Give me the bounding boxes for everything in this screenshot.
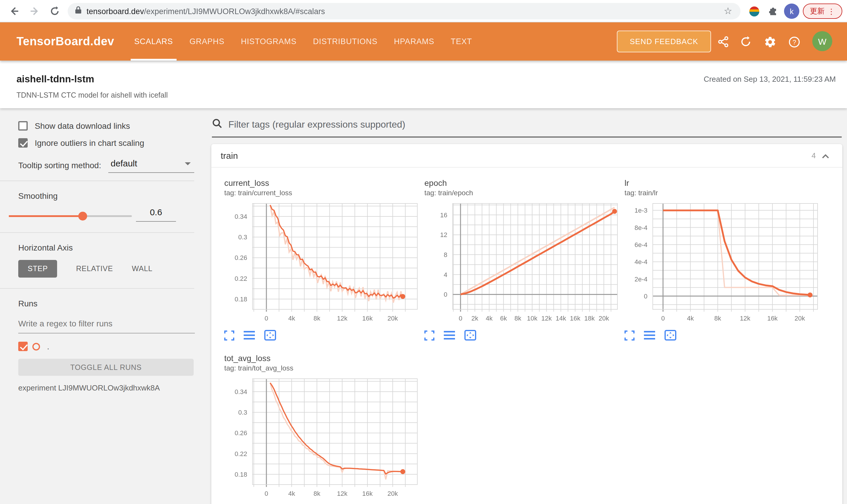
svg-text:0: 0 (644, 292, 647, 300)
experiment-created: Created on Sep 13, 2021, 11:59:23 AM (704, 75, 836, 84)
run-row[interactable]: . (0, 342, 211, 351)
svg-text:0: 0 (661, 314, 665, 322)
chart-plot[interactable]: 04k8k12k16k20k0.180.220.260.30.34 (224, 202, 421, 323)
tab-graphs[interactable]: GRAPHS (181, 22, 233, 60)
svg-text:12k: 12k (337, 490, 348, 497)
tab-text[interactable]: TEXT (443, 22, 480, 60)
chart-plot[interactable]: 02k4k6k8k10k12k14k16k18k20k0481216 (425, 202, 621, 323)
show-download-links-checkbox-row[interactable]: Show data download links (0, 121, 211, 130)
filter-tags-row (212, 116, 842, 138)
svg-text:2e-4: 2e-4 (635, 275, 647, 283)
svg-text:6k: 6k (500, 314, 507, 322)
train-group-header[interactable]: train 4 (211, 144, 842, 168)
axis-step-button[interactable]: STEP (18, 260, 57, 277)
ignore-outliers-checkbox-row[interactable]: Ignore outliers in chart scaling (0, 138, 211, 148)
log-scale-icon[interactable] (244, 330, 255, 340)
reload-icon[interactable] (48, 4, 62, 18)
svg-text:12k: 12k (541, 314, 552, 322)
axis-wall-button[interactable]: WALL (122, 260, 162, 277)
svg-text:0.22: 0.22 (235, 450, 247, 457)
tab-histograms[interactable]: HISTOGRAMS (233, 22, 305, 60)
svg-text:6e-4: 6e-4 (635, 241, 647, 249)
chart-tag: tag: train/tot_avg_loss (224, 364, 421, 372)
app-logo[interactable]: TensorBoard.dev (16, 35, 114, 48)
svg-text:20k: 20k (795, 314, 805, 322)
chart-title: epoch (425, 178, 621, 187)
log-scale-icon[interactable] (644, 330, 655, 340)
browser-profile-avatar[interactable]: k (784, 3, 799, 19)
url-text: tensorboard.dev/experiment/LJI9MWUORLOw3… (87, 7, 325, 16)
svg-text:0.18: 0.18 (235, 295, 247, 303)
expand-icon[interactable] (624, 330, 635, 340)
experiment-description: TDNN-LSTM CTC model for aishell with ice… (16, 91, 168, 100)
svg-text:4k: 4k (288, 314, 295, 322)
svg-text:0: 0 (264, 314, 268, 322)
extension-bowl-icon[interactable] (749, 6, 759, 16)
expand-icon[interactable] (224, 330, 234, 340)
update-label: 更新 (810, 6, 825, 16)
collapse-chevron-icon[interactable] (822, 150, 829, 161)
tab-hparams[interactable]: HPARAMS (385, 22, 442, 60)
slider-thumb[interactable] (78, 212, 87, 220)
refresh-icon[interactable] (739, 35, 753, 49)
show-download-links-label: Show data download links (35, 121, 130, 130)
smoothing-title: Smoothing (0, 191, 211, 200)
send-feedback-button[interactable]: SEND FEEDBACK (617, 31, 711, 52)
run-checkbox[interactable] (18, 342, 28, 351)
expand-icon[interactable] (425, 330, 434, 340)
url-bar[interactable]: tensorboard.dev/experiment/LJI9MWUORLOw3… (68, 3, 741, 19)
axis-relative-button[interactable]: RELATIVE (67, 260, 122, 277)
tooltip-sorting-select[interactable]: default (108, 157, 194, 173)
train-group-card: train 4 current_loss tag: train/current_… (211, 144, 842, 504)
help-icon[interactable]: ? (787, 35, 801, 49)
log-scale-icon[interactable] (444, 330, 455, 340)
filter-tags-input[interactable] (228, 120, 758, 130)
smoothing-slider[interactable] (9, 215, 132, 217)
runs-regex-input[interactable] (18, 317, 195, 334)
svg-text:16k: 16k (362, 490, 373, 497)
back-icon[interactable] (7, 4, 21, 18)
search-icon (212, 118, 223, 131)
app-header: TensorBoard.dev SCALARS GRAPHS HISTOGRAM… (0, 22, 847, 60)
fit-domain-icon[interactable] (264, 330, 276, 341)
run-name: . (45, 342, 49, 351)
chart-tot-avg-loss: tot_avg_loss tag: train/tot_avg_loss 04k… (224, 354, 421, 504)
forward-icon[interactable] (28, 4, 42, 18)
smoothing-value-field[interactable]: 0.6 (136, 207, 176, 222)
browser-chrome: tensorboard.dev/experiment/LJI9MWUORLOw3… (0, 0, 847, 22)
chart-plot[interactable]: 04k8k12k16k20k02e-44e-46e-48e-41e-3 (624, 202, 821, 323)
chart-toolbar (224, 330, 421, 341)
user-avatar[interactable]: W (812, 31, 832, 51)
browser-menu-icon[interactable]: ⋮ (828, 7, 835, 16)
svg-text:8k: 8k (515, 314, 521, 322)
ignore-outliers-checkbox[interactable] (18, 138, 28, 148)
url-path: /experiment/LJI9MWUORLOw3jkdhxwk8A/#scal… (144, 7, 325, 16)
fit-domain-icon[interactable] (664, 330, 676, 341)
tab-scalars[interactable]: SCALARS (126, 22, 181, 60)
chart-plot[interactable]: 04k8k12k16k20k0.180.220.260.30.34 (224, 377, 421, 498)
svg-text:10k: 10k (527, 314, 538, 322)
svg-text:0.26: 0.26 (235, 254, 247, 262)
extensions-puzzle-icon[interactable] (766, 4, 780, 18)
browser-update-button[interactable]: 更新 ⋮ (803, 3, 842, 19)
tab-distributions[interactable]: DISTRIBUTIONS (305, 22, 386, 60)
svg-text:14k: 14k (556, 314, 566, 322)
toggle-all-runs-button[interactable]: TOGGLE ALL RUNS (18, 359, 194, 376)
chevron-down-icon (185, 162, 191, 165)
slider-fill (9, 215, 82, 217)
horizontal-axis-title: Horizontal Axis (0, 243, 211, 252)
settings-gear-icon[interactable] (763, 35, 777, 49)
svg-text:20k: 20k (387, 314, 398, 322)
bookmark-star-icon[interactable]: ☆ (724, 5, 732, 16)
main-panel: train 4 current_loss tag: train/current_… (211, 108, 847, 504)
share-icon[interactable] (716, 35, 730, 49)
divider (0, 288, 194, 289)
svg-text:4e-4: 4e-4 (635, 258, 647, 266)
svg-text:8: 8 (444, 251, 447, 258)
chart-title: current_loss (224, 178, 421, 187)
fit-domain-icon[interactable] (464, 330, 476, 341)
svg-text:20k: 20k (387, 490, 398, 497)
svg-text:12k: 12k (337, 314, 348, 322)
show-download-links-checkbox[interactable] (18, 121, 28, 130)
svg-text:8k: 8k (714, 314, 721, 322)
